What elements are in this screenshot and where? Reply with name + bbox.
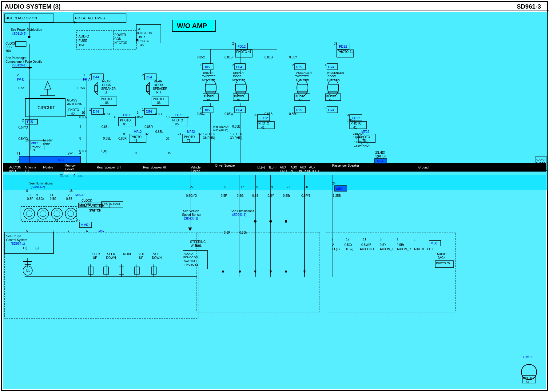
svg-text:43: 43 [134,139,137,142]
svg-text:Speed: Speed [191,169,200,173]
svg-text:AUX GND: AUX GND [360,247,374,251]
svg-text:Vehicle: Vehicle [191,166,201,169]
svg-text:D24: D24 [328,65,334,69]
svg-text:FD21: FD21 [175,113,183,117]
svg-text:Rear Speaker LH: Rear Speaker LH [97,166,121,169]
svg-text:0.5Y: 0.5Y [380,243,386,247]
svg-text:M02-R: M02-R [75,193,85,197]
svg-text:CIRCUIT: CIRCUIT [38,105,55,110]
svg-text:MF12: MF12 [134,130,142,133]
svg-text:75: 75 [32,148,35,151]
svg-text:11: 11 [55,219,58,222]
svg-text:REAR: REAR [102,80,111,83]
svg-text:F/cable: F/cable [43,166,53,169]
svg-text:Input: Input [9,169,16,173]
svg-text:12: 12 [346,238,350,241]
svg-text:PHOTO: PHOTO [184,135,195,139]
svg-text:2: 2 [332,238,333,241]
svg-text:0.5W/B: 0.5W/B [361,243,372,247]
svg-text:FD22: FD22 [339,45,347,48]
svg-text:MF22: MF22 [31,142,38,145]
svg-text:9: 9 [271,185,273,189]
svg-text:D04: D04 [236,65,242,69]
svg-text:DRIVER: DRIVER [233,71,244,74]
svg-text:30(RHD): 30(RHD) [230,136,242,140]
svg-text:3: 3 [135,152,137,155]
svg-text:See Illuminations: See Illuminations [231,209,254,213]
svg-point-464 [285,220,287,223]
svg-text:1: 1 [84,73,86,77]
svg-text:4: 4 [187,116,189,119]
svg-text:Antenna: Antenna [25,166,36,169]
svg-text:See Passenger: See Passenger [6,56,27,60]
svg-text:0.85R: 0.85R [135,116,143,119]
svg-text:AUX: AUX [280,166,286,169]
svg-text:I/P-A: I/P-A [83,77,91,81]
svg-text:(-): (-) [35,246,39,250]
svg-text:86: 86 [157,101,161,105]
svg-text:41: 41 [353,126,357,129]
svg-text:23: 23 [17,158,21,162]
svg-text:SEEK: SEEK [92,252,101,256]
svg-rect-185 [3,175,546,389]
svg-text:PHOTO: PHOTO [258,122,269,125]
svg-text:IN_L: IN_L [290,169,296,173]
svg-text:2: 2 [200,106,202,110]
svg-point-17 [28,36,30,38]
svg-text:1: 1 [142,108,144,111]
svg-text:D24: D24 [328,108,334,112]
svg-text:JUNCTION: JUNCTION [137,31,152,35]
svg-text:75: 75 [187,139,191,142]
svg-text:15A: 15A [78,43,85,47]
svg-text:M54: M54 [58,158,64,162]
svg-text:D54: D54 [146,110,152,113]
svg-text:FD12: FD12 [237,45,246,48]
svg-text:RH: RH [156,91,161,94]
svg-text:Speed Sensor: Speed Sensor [182,213,202,216]
svg-text:POWER: POWER [114,33,126,37]
svg-text:0.85Y(LHD): 0.85Y(LHD) [354,141,368,144]
svg-text:15: 15 [168,152,171,155]
svg-text:21: 21 [287,185,290,189]
svg-text:PASSENGER: PASSENGER [295,71,312,74]
svg-text:(SD436-1): (SD436-1) [184,217,198,220]
svg-text:MF22: MF22 [187,130,195,133]
svg-text:GND: GND [280,169,287,173]
svg-text:12(LHD): 12(LHD) [203,133,215,136]
svg-text:PHOTO: PHOTO [536,162,546,165]
svg-text:DOOR: DOOR [328,75,336,78]
svg-text:PHOTO: PHOTO [234,95,244,98]
svg-text:0.5Y: 0.5Y [18,86,25,90]
svg-text:60: 60 [538,165,541,168]
svg-text:0.5P: 0.5P [224,231,230,234]
svg-text:M56: M56 [431,241,437,245]
svg-text:ACC/ON: ACC/ON [9,166,21,169]
svg-text:FD12: FD12 [260,116,268,120]
svg-text:41: 41 [261,126,265,129]
svg-text:SPEAKER: SPEAKER [153,87,167,90]
svg-text:0.5Gr: 0.5Gr [239,231,247,234]
svg-text:6: 6 [26,189,28,192]
svg-text:ILL: ILL [26,269,30,272]
svg-text:See Power Distribution: See Power Distribution [11,28,42,31]
svg-text:DOOR: DOOR [233,75,242,78]
svg-text:12: 12 [77,219,81,222]
svg-text:5: 5 [224,185,226,189]
svg-text:REAR: REAR [154,80,162,83]
svg-text:2: 2 [232,63,234,67]
svg-text:MODE: MODE [123,252,132,256]
svg-text:(+): (+) [25,169,29,173]
svg-text:9: 9 [36,193,38,197]
svg-text:SWITCH: SWITCH [89,209,101,212]
svg-text:0.85G: 0.85G [265,56,273,59]
svg-text:D44: D44 [93,75,99,79]
svg-text:STEERING: STEERING [190,240,206,244]
svg-text:Memory: Memory [65,164,76,167]
svg-text:PHOTO: PHOTO [68,108,79,112]
svg-text:DOOR: DOOR [102,83,111,87]
svg-text:Driver Speaker: Driver Speaker [215,164,236,167]
svg-text:PHOTO 53: PHOTO 53 [185,263,198,266]
svg-text:(SD110-6): (SD110-6) [12,32,26,35]
svg-text:0.5Br: 0.5Br [283,194,291,197]
svg-text:0.85L: 0.85L [103,137,111,140]
